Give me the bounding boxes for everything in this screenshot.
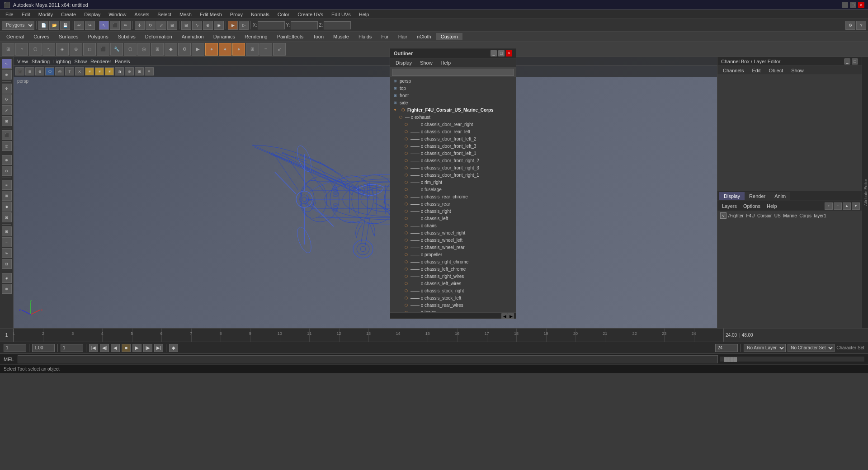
outliner-scroll-right[interactable]: ▶ xyxy=(508,313,514,320)
tb-move[interactable]: ✛ xyxy=(135,21,145,30)
vp-tb-manip[interactable]: ⊞ xyxy=(135,67,144,75)
shelf-tab-toon[interactable]: Toon xyxy=(308,33,328,40)
ot-item-cdfl2[interactable]: ⬡ —— o chassis_door_front_left_2 xyxy=(390,135,516,142)
shelf-tab-painteffects[interactable]: PaintEffects xyxy=(273,33,308,40)
tb-save[interactable]: 💾 xyxy=(60,21,70,30)
menu-edit-uvs[interactable]: Edit UVs xyxy=(328,11,354,18)
tb-redo[interactable]: ↪ xyxy=(85,21,95,30)
mel-input[interactable] xyxy=(18,355,718,363)
ot-item-chairs[interactable]: ⬡ —— o chairs xyxy=(390,222,516,229)
anim-layer-select[interactable]: No Anim Layer xyxy=(744,344,786,352)
vp-tb-camera[interactable]: 🎥 xyxy=(15,67,24,75)
menu-color[interactable]: Color xyxy=(274,11,293,18)
tb-select[interactable]: ↖ xyxy=(99,21,109,30)
menu-display[interactable]: Display xyxy=(80,11,104,18)
current-frame-input[interactable] xyxy=(4,344,26,352)
maximize-button[interactable]: □ xyxy=(850,2,856,8)
ot-item-chassis-rear-chrome[interactable]: ⬡ —— o chassis_rear_chrome xyxy=(390,193,516,200)
ot-item-cdfr3[interactable]: ⬡ —— o chassis_door_front_right_3 xyxy=(390,164,516,171)
shelf-tab-muscle[interactable]: Muscle xyxy=(329,33,354,40)
tb-ipr[interactable]: ▷ xyxy=(239,21,249,30)
ot-item-exhaust[interactable]: ⬡ — o exhaust xyxy=(390,113,516,121)
vp-tb-lighting1[interactable]: ☀ xyxy=(85,67,94,75)
shelf-tab-deformation[interactable]: Deformation xyxy=(141,33,177,40)
tb-snap-grid[interactable]: ⊞ xyxy=(181,21,191,30)
stop-btn[interactable]: ■ xyxy=(122,344,131,352)
ot-item-fighter-root[interactable]: ▼ ⬡ Fighter_F4U_Corsair_US_Marine_Corps xyxy=(390,106,516,113)
y-input[interactable] xyxy=(291,21,318,29)
lt-display-layers[interactable]: ≡ xyxy=(2,180,12,190)
outliner-minimize-btn[interactable]: _ xyxy=(491,50,497,56)
ot-menu-show[interactable]: Show xyxy=(416,59,436,66)
lt-show-manip[interactable]: ⊕ xyxy=(2,155,12,165)
menu-select[interactable]: Select xyxy=(154,11,175,18)
tb-undo[interactable]: ↩ xyxy=(74,21,84,30)
shelf-tab-ncloth[interactable]: nCloth xyxy=(412,33,436,40)
shelf-icon-3[interactable]: ⬡ xyxy=(29,43,42,56)
shelf-tab-rendering[interactable]: Rendering xyxy=(240,33,272,40)
lt-rotate[interactable]: ↻ xyxy=(2,94,12,104)
layer-visibility-toggle[interactable]: V xyxy=(720,212,726,219)
ot-item-crc2[interactable]: ⬡ —— o chassis_right_chrome xyxy=(390,258,516,265)
goto-end-btn[interactable]: ▶| xyxy=(154,344,163,352)
shelf-icon-7[interactable]: ◻ xyxy=(83,43,96,56)
lt-soft-mod[interactable]: ◎ xyxy=(2,141,12,151)
cb-tab-display[interactable]: Display xyxy=(719,192,745,200)
vp-tb-xray[interactable]: X xyxy=(75,67,84,75)
play-back-btn[interactable]: ◀ xyxy=(111,344,120,352)
shelf-icon-18[interactable]: ● xyxy=(232,43,245,56)
shelf-icon-19[interactable]: ⊞ xyxy=(246,43,259,56)
ot-item-chassis-door-rr[interactable]: ⬡ —— o chassis_door_rear_right xyxy=(390,121,516,128)
vp-menu-shading[interactable]: Shading xyxy=(32,59,50,64)
ot-item-chassis-door-rl[interactable]: ⬡ —— o chassis_door_rear_left xyxy=(390,128,516,135)
play-fwd-btn[interactable]: ▶ xyxy=(132,344,142,352)
shelf-tab-curves[interactable]: Curves xyxy=(29,33,54,40)
lt-sculpt[interactable]: ⬛ xyxy=(2,130,12,140)
shelf-tab-general[interactable]: General xyxy=(2,33,28,40)
ot-item-csr[interactable]: ⬡ —— o chassis_stock_right xyxy=(390,287,516,294)
shelf-icon-17[interactable]: ● xyxy=(219,43,231,56)
vp-tb-lighting2[interactable]: ☀ xyxy=(95,67,104,75)
outliner-scroll-left[interactable]: ◀ xyxy=(501,313,508,320)
shelf-icon-16[interactable]: ● xyxy=(205,43,218,56)
outliner-close-btn[interactable]: × xyxy=(506,50,512,56)
cb-menu-channels[interactable]: Channels xyxy=(719,67,747,74)
shelf-tab-surfaces[interactable]: Surfaces xyxy=(54,33,83,40)
shelf-tab-fur[interactable]: Fur xyxy=(377,33,393,40)
outliner-restore-btn[interactable]: □ xyxy=(498,50,505,56)
shelf-icon-14[interactable]: ⚙ xyxy=(178,43,191,56)
menu-proxy[interactable]: Proxy xyxy=(226,11,246,18)
menu-mesh[interactable]: Mesh xyxy=(176,11,195,18)
tb-snap-curve[interactable]: ∿ xyxy=(192,21,202,30)
lt-render-settings[interactable]: ⊞ xyxy=(2,191,12,201)
tb-render[interactable]: ▶ xyxy=(228,21,238,30)
shelf-icon-11[interactable]: ◎ xyxy=(137,43,150,56)
layer-move-down-icon[interactable]: ▼ xyxy=(852,202,860,210)
start-frame-input[interactable] xyxy=(32,344,55,352)
ot-item-cwr[interactable]: ⬡ —— o chassis_wheel_right xyxy=(390,229,516,236)
menu-assets[interactable]: Assets xyxy=(131,11,153,18)
tb-new[interactable]: 📄 xyxy=(38,21,48,30)
tb-open[interactable]: 📂 xyxy=(49,21,59,30)
menu-normals[interactable]: Normals xyxy=(247,11,273,18)
cb-tab-anim[interactable]: Anim xyxy=(770,192,790,200)
lt-universal[interactable]: ⊞ xyxy=(2,116,12,126)
vp-menu-view[interactable]: View xyxy=(17,59,28,64)
lt-quick-select[interactable]: ◈ xyxy=(2,273,12,283)
ot-item-side[interactable]: ⊞ side xyxy=(390,99,516,106)
menu-modify[interactable]: Modify xyxy=(35,11,57,18)
step-back-btn[interactable]: ◀| xyxy=(100,344,109,352)
ot-item-chassis-right[interactable]: ⬡ —— o chassis_right xyxy=(390,207,516,215)
shelf-icon-10[interactable]: ⬡ xyxy=(124,43,137,56)
options-menu[interactable]: Options xyxy=(741,202,763,210)
outliner-search-input[interactable] xyxy=(392,69,514,76)
ot-item-cwrear[interactable]: ⬡ —— o chassis_wheel_rear xyxy=(390,244,516,251)
ot-item-chassis-rear[interactable]: ⬡ —— o chassis_rear xyxy=(390,200,516,207)
ot-item-front[interactable]: ⊞ front xyxy=(390,92,516,99)
vp-tb-object-mode[interactable]: ⊕ xyxy=(35,67,44,75)
shelf-icon-4[interactable]: ∿ xyxy=(42,43,55,56)
cb-menu-show[interactable]: Show xyxy=(788,67,807,74)
viewport[interactable]: View Shading Lighting Show Renderer Pane… xyxy=(14,57,717,328)
key-btn[interactable]: ◆ xyxy=(169,344,178,352)
vp-menu-renderer[interactable]: Renderer xyxy=(90,59,111,64)
